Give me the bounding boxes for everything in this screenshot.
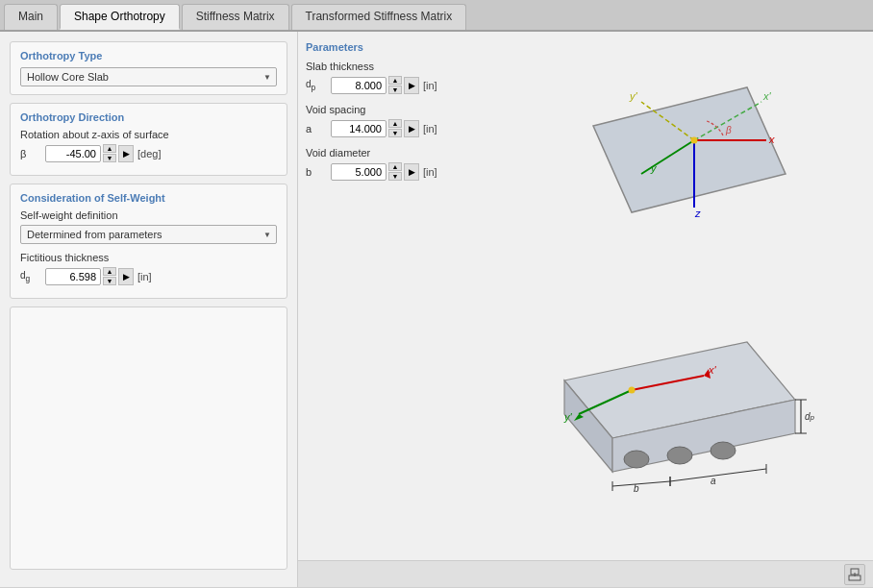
beta-unit: [deg] [137,148,161,159]
definition-select-wrapper: Determined from parameters [20,225,277,244]
beta-input[interactable] [45,145,101,162]
export-icon-button[interactable] [844,564,865,585]
tabs-bar: Main Shape Orthotropy Stiffness Matrix T… [0,0,873,32]
dp-row: dp ▲ ▼ ▶ [in] [306,76,459,94]
dp-input[interactable] [331,77,387,94]
svg-marker-0 [593,87,786,212]
left-panel: Orthotropy Type Hollow Core Slab Orthotr… [0,32,298,587]
right-wrapper: Parameters Slab thickness dp ▲ ▼ ▶ [298,32,873,587]
a-arrow[interactable]: ▶ [404,120,419,137]
rotation-label: Rotation about z-axis of surface [20,129,277,140]
b-down[interactable]: ▼ [388,172,402,181]
self-weight-section: Consideration of Self-Weight Self-weight… [10,184,287,299]
svg-text:a: a [711,476,716,486]
slab-thickness-label: Slab thickness [306,61,459,72]
svg-text:b: b [634,483,639,494]
a-down[interactable]: ▼ [388,129,402,137]
dg-up[interactable]: ▲ [103,267,116,276]
beta-up[interactable]: ▲ [103,144,116,153]
dg-arrow-right[interactable]: ▶ [118,268,134,285]
fictitious-label: Fictitious thickness [20,252,277,263]
dg-input-group: ▲ ▼ ▶ [45,267,134,285]
tab-main[interactable]: Main [4,4,58,30]
b-input[interactable] [331,163,387,181]
orthotropy-type-select[interactable]: Hollow Core Slab [20,67,277,86]
slab-thickness-group: Slab thickness dp ▲ ▼ ▶ [in] [306,61,459,94]
svg-text:y': y' [563,411,573,423]
bottom-toolbar [298,560,873,587]
dg-input[interactable] [45,268,101,285]
orthotropy-type-title: Orthotropy Type [20,50,277,61]
orthotropy-type-select-wrapper: Hollow Core Slab [20,67,277,86]
a-unit: [in] [423,123,437,135]
definition-select[interactable]: Determined from parameters [20,225,277,244]
dp-input-group: ▲ ▼ ▶ [331,76,419,94]
svg-text:x': x' [708,364,717,376]
dg-row: dg ▲ ▼ ▶ [in] [20,267,277,285]
definition-label: Self-weight definition [20,209,277,221]
tab-shape-orthotropy[interactable]: Shape Orthotropy [60,4,180,30]
export-icon [848,568,861,581]
b-unit: [in] [423,166,437,178]
svg-point-17 [667,447,692,464]
params-panel: Parameters Slab thickness dp ▲ ▼ ▶ [298,32,466,560]
params-title: Parameters [306,41,459,53]
dp-arrow[interactable]: ▶ [404,77,419,94]
svg-point-12 [690,136,697,143]
top-diagram: x y z x' y' β [516,68,824,260]
a-spinner: ▲ ▼ [388,119,402,137]
b-spinner: ▲ ▼ [388,162,402,181]
b-up[interactable]: ▲ [388,162,402,171]
b-label: b [306,166,325,178]
b-row: b ▲ ▼ ▶ [in] [306,162,459,181]
svg-line-30 [670,469,766,481]
dg-label: dg [20,270,39,283]
right-main: Parameters Slab thickness dp ▲ ▼ ▶ [298,32,873,560]
a-up[interactable]: ▲ [388,119,402,128]
dp-down[interactable]: ▼ [388,86,402,94]
svg-point-18 [711,442,736,459]
beta-spinner: ▲ ▼ [103,144,116,162]
bottom-diagram: y' x' dp a [516,313,824,525]
beta-down[interactable]: ▼ [103,154,116,162]
dp-unit: [in] [423,80,437,91]
dg-spinner: ▲ ▼ [103,267,116,285]
beta-arrow-right[interactable]: ▶ [118,145,134,162]
tab-stiffness-matrix[interactable]: Stiffness Matrix [182,4,289,30]
void-diameter-group: Void diameter b ▲ ▼ ▶ [in] [306,147,459,181]
void-diameter-label: Void diameter [306,147,459,159]
svg-point-25 [628,386,635,393]
a-input[interactable] [331,120,387,137]
diagram-area: x y z x' y' β [466,32,873,560]
beta-row: β ▲ ▼ ▶ [deg] [20,144,277,162]
svg-text:x: x [768,134,775,145]
content-area: Orthotropy Type Hollow Core Slab Orthotr… [0,32,873,587]
bottom-info-box [10,306,287,570]
svg-text:dp: dp [805,411,815,422]
orthotropy-direction-section: Orthotropy Direction Rotation about z-ax… [10,103,287,176]
svg-text:z: z [694,208,701,219]
b-arrow[interactable]: ▶ [404,163,419,181]
dg-down[interactable]: ▼ [103,277,116,285]
void-spacing-label: Void spacing [306,104,459,115]
a-input-group: ▲ ▼ ▶ [331,119,419,137]
orthotropy-type-section: Orthotropy Type Hollow Core Slab [10,41,287,95]
svg-text:y': y' [629,90,638,102]
beta-input-group: ▲ ▼ ▶ [45,144,134,162]
tab-transformed-stiffness-matrix[interactable]: Transformed Stiffness Matrix [291,4,467,30]
svg-text:β: β [725,125,732,135]
orthotropy-direction-title: Orthotropy Direction [20,111,277,123]
dp-label: dp [306,79,325,92]
a-row: a ▲ ▼ ▶ [in] [306,119,459,137]
dp-up[interactable]: ▲ [388,76,402,85]
b-input-group: ▲ ▼ ▶ [331,162,419,181]
beta-label: β [20,148,39,159]
svg-line-34 [612,481,670,486]
dp-spinner: ▲ ▼ [388,76,402,94]
a-label: a [306,123,325,135]
dg-unit: [in] [137,271,152,282]
svg-point-16 [624,451,649,468]
self-weight-title: Consideration of Self-Weight [20,192,277,204]
svg-text:x': x' [762,90,772,102]
void-spacing-group: Void spacing a ▲ ▼ ▶ [in] [306,104,459,137]
